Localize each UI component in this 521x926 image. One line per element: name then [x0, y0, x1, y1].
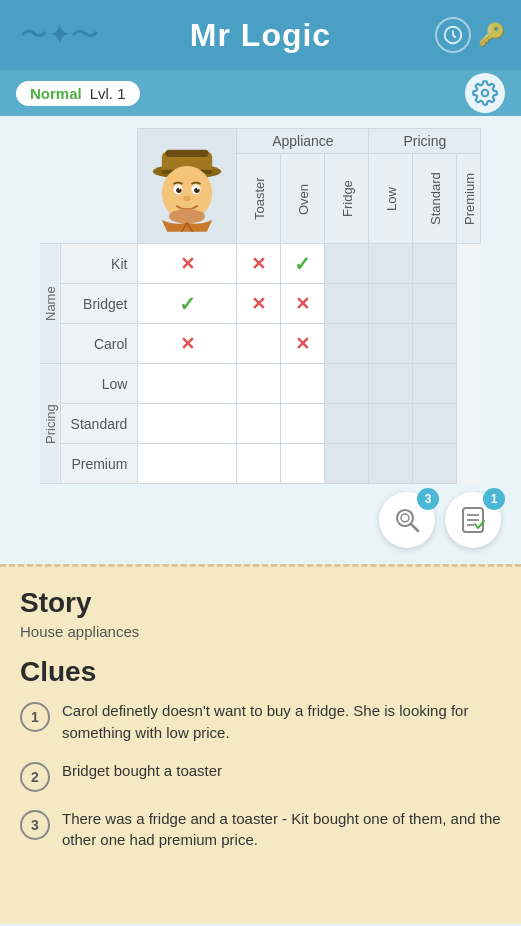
svg-point-1 [482, 90, 489, 97]
clues-title: Clues [20, 656, 501, 688]
nav-bar: Normal Lvl. 1 [0, 70, 521, 116]
cell-low-low [325, 364, 369, 404]
row-kit: Kit [60, 244, 138, 284]
story-title: Story [20, 587, 501, 619]
clue-text-3: There was a fridge and a toaster - Kit b… [62, 808, 501, 852]
cell-premium-oven[interactable] [237, 444, 281, 484]
clues-button[interactable]: 3 [379, 492, 435, 548]
cell-carol-toaster[interactable]: ✕ [138, 324, 237, 364]
table-row: Bridget ✓ ✕ ✕ [40, 284, 481, 324]
cell-standard-premium [413, 404, 457, 444]
wings-icon: 〜✦〜 [20, 16, 99, 54]
svg-line-16 [411, 524, 418, 531]
cell-carol-oven[interactable] [237, 324, 281, 364]
svg-point-10 [195, 187, 200, 192]
clue-number-3: 3 [20, 810, 50, 840]
cell-carol-standard[interactable] [369, 324, 413, 364]
cell-low-premium [413, 364, 457, 404]
level-label: Lvl. 1 [90, 85, 126, 102]
cell-bridget-toaster[interactable]: ✓ [138, 284, 237, 324]
difficulty-label: Normal [30, 85, 82, 102]
col-oven: Oven [281, 154, 325, 244]
table-row: Pricing Low [40, 364, 481, 404]
svg-point-14 [169, 209, 205, 223]
cell-standard-toaster[interactable] [138, 404, 237, 444]
row-price-standard: Standard [60, 404, 138, 444]
cell-premium-fridge[interactable] [281, 444, 325, 484]
cell-bridget-fridge[interactable]: ✕ [281, 284, 325, 324]
clue-text-1: Carol definetly doesn't want to buy a fr… [62, 700, 501, 744]
story-subtitle: House appliances [20, 623, 501, 640]
cell-low-standard [369, 364, 413, 404]
cell-carol-premium[interactable] [413, 324, 457, 364]
clues-badge: 3 [417, 488, 439, 510]
cell-standard-oven[interactable] [237, 404, 281, 444]
col-fridge: Fridge [325, 154, 369, 244]
cell-kit-low[interactable] [325, 244, 369, 284]
key-icon: 🔑 [478, 22, 505, 48]
cell-carol-fridge[interactable]: ✕ [281, 324, 325, 364]
clue-item-2: 2 Bridget bought a toaster [20, 760, 501, 792]
pricing-group-label: Pricing [40, 364, 60, 484]
character-avatar [138, 129, 237, 244]
table-row: Standard [40, 404, 481, 444]
app-title: Mr Logic [190, 17, 331, 54]
svg-point-9 [177, 187, 182, 192]
name-group-label: Name [40, 244, 60, 364]
pricing-group-header: Pricing [369, 129, 481, 154]
svg-point-12 [197, 187, 199, 189]
svg-point-13 [184, 195, 191, 200]
cell-bridget-standard[interactable] [369, 284, 413, 324]
row-bridget: Bridget [60, 284, 138, 324]
cell-kit-premium[interactable] [413, 244, 457, 284]
cell-kit-standard[interactable] [369, 244, 413, 284]
row-price-low: Low [60, 364, 138, 404]
svg-rect-4 [166, 149, 209, 156]
checklist-badge: 1 [483, 488, 505, 510]
cell-standard-low [325, 404, 369, 444]
puzzle-grid: Appliance Pricing Toaster Oven Fridge Lo… [40, 128, 482, 484]
action-buttons: 3 1 [16, 492, 505, 548]
cell-bridget-premium[interactable] [413, 284, 457, 324]
table-row: Name Kit ✕ ✕ ✓ [40, 244, 481, 284]
appliance-group-header: Appliance [237, 129, 369, 154]
table-row: Carol ✕ ✕ [40, 324, 481, 364]
puzzle-area: Appliance Pricing Toaster Oven Fridge Lo… [0, 116, 521, 564]
cell-premium-low [325, 444, 369, 484]
col-premium: Premium [457, 154, 481, 244]
svg-point-11 [179, 187, 181, 189]
cell-low-fridge[interactable] [281, 364, 325, 404]
cell-standard-standard [369, 404, 413, 444]
story-section: Story House appliances Clues 1 Carol def… [0, 564, 521, 924]
cell-kit-fridge[interactable]: ✓ [281, 244, 325, 284]
cell-kit-oven[interactable]: ✕ [237, 244, 281, 284]
checklist-button[interactable]: 1 [445, 492, 501, 548]
cell-carol-low[interactable] [325, 324, 369, 364]
col-low: Low [369, 154, 413, 244]
clock-icon[interactable] [435, 17, 471, 53]
col-toaster: Toaster [237, 154, 281, 244]
clue-item-1: 1 Carol definetly doesn't want to buy a … [20, 700, 501, 744]
cell-low-toaster[interactable] [138, 364, 237, 404]
row-carol: Carol [60, 324, 138, 364]
cell-bridget-low[interactable] [325, 284, 369, 324]
cell-premium-premium [413, 444, 457, 484]
clue-item-3: 3 There was a fridge and a toaster - Kit… [20, 808, 501, 852]
clue-number-2: 2 [20, 762, 50, 792]
table-row: Premium [40, 444, 481, 484]
col-standard: Standard [413, 154, 457, 244]
clue-number-1: 1 [20, 702, 50, 732]
clue-text-2: Bridget bought a toaster [62, 760, 222, 782]
cell-premium-toaster[interactable] [138, 444, 237, 484]
grid-wrapper: Appliance Pricing Toaster Oven Fridge Lo… [16, 128, 505, 484]
row-price-premium: Premium [60, 444, 138, 484]
level-badge[interactable]: Normal Lvl. 1 [16, 81, 140, 106]
app-header: 〜✦〜 Mr Logic 🔑 [0, 0, 521, 70]
cell-low-oven[interactable] [237, 364, 281, 404]
cell-bridget-oven[interactable]: ✕ [237, 284, 281, 324]
cell-kit-toaster[interactable]: ✕ [138, 244, 237, 284]
cell-premium-standard [369, 444, 413, 484]
settings-button[interactable] [465, 73, 505, 113]
cell-standard-fridge[interactable] [281, 404, 325, 444]
svg-point-17 [401, 514, 409, 522]
